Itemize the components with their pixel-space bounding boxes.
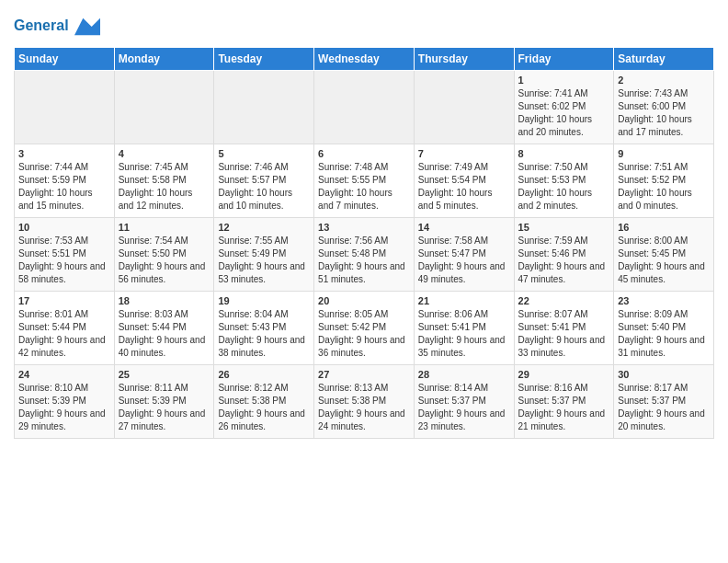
day-number: 21 [418,295,510,306]
day-number: 4 [119,148,210,159]
calendar-cell: 10Sunrise: 7:53 AMSunset: 5:51 PMDayligh… [15,218,115,292]
day-number: 15 [518,222,610,233]
day-info: Sunrise: 7:53 AMSunset: 5:51 PMDaylight:… [18,235,110,286]
calendar-cell: 29Sunrise: 8:16 AMSunset: 5:37 PMDayligh… [514,365,614,439]
day-info: Sunrise: 7:59 AMSunset: 5:46 PMDaylight:… [518,235,610,286]
day-number: 23 [618,295,710,306]
calendar-cell: 4Sunrise: 7:45 AMSunset: 5:58 PMDaylight… [114,144,214,218]
day-number: 19 [218,295,310,306]
calendar-cell [114,71,214,144]
day-number: 8 [518,148,610,159]
calendar-cell [214,71,314,144]
calendar-cell: 13Sunrise: 7:56 AMSunset: 5:48 PMDayligh… [314,218,415,292]
calendar-cell: 17Sunrise: 8:01 AMSunset: 5:44 PMDayligh… [15,292,115,365]
day-number: 29 [518,369,610,380]
calendar-cell: 23Sunrise: 8:09 AMSunset: 5:40 PMDayligh… [614,292,714,365]
day-info: Sunrise: 7:43 AMSunset: 6:00 PMDaylight:… [618,87,710,139]
day-info: Sunrise: 7:51 AMSunset: 5:52 PMDaylight:… [618,161,710,213]
day-info: Sunrise: 8:04 AMSunset: 5:43 PMDaylight:… [218,308,310,360]
day-info: Sunrise: 7:58 AMSunset: 5:47 PMDaylight:… [418,235,510,286]
day-info: Sunrise: 8:07 AMSunset: 5:41 PMDaylight:… [518,308,610,360]
calendar-cell: 12Sunrise: 7:55 AMSunset: 5:49 PMDayligh… [214,218,314,292]
calendar-cell [414,71,514,144]
day-number: 16 [618,222,710,233]
calendar-header-row: SundayMondayTuesdayWednesdayThursdayFrid… [15,48,714,71]
day-info: Sunrise: 7:48 AMSunset: 5:55 PMDaylight:… [318,161,410,213]
weekday-header-wednesday: Wednesday [314,48,415,71]
calendar-cell: 19Sunrise: 8:04 AMSunset: 5:43 PMDayligh… [214,292,314,365]
day-number: 3 [18,148,110,159]
calendar-cell: 1Sunrise: 7:41 AMSunset: 6:02 PMDaylight… [514,71,614,144]
calendar-cell: 30Sunrise: 8:17 AMSunset: 5:37 PMDayligh… [614,365,714,439]
calendar-cell [15,71,115,144]
day-info: Sunrise: 7:45 AMSunset: 5:58 PMDaylight:… [119,161,210,213]
day-info: Sunrise: 8:11 AMSunset: 5:39 PMDaylight:… [119,382,210,433]
day-info: Sunrise: 8:12 AMSunset: 5:38 PMDaylight:… [218,382,310,433]
calendar-cell: 27Sunrise: 8:13 AMSunset: 5:38 PMDayligh… [314,365,415,439]
weekday-header-monday: Monday [114,48,214,71]
calendar-cell: 16Sunrise: 8:00 AMSunset: 5:45 PMDayligh… [614,218,714,292]
day-number: 7 [418,148,510,159]
calendar-cell: 11Sunrise: 7:54 AMSunset: 5:50 PMDayligh… [114,218,214,292]
day-number: 2 [618,75,710,86]
header: General [14,9,714,40]
logo: General [14,14,100,40]
calendar-cell: 24Sunrise: 8:10 AMSunset: 5:39 PMDayligh… [15,365,115,439]
day-number: 22 [518,295,610,306]
calendar-cell: 8Sunrise: 7:50 AMSunset: 5:53 PMDaylight… [514,144,614,218]
calendar-cell: 5Sunrise: 7:46 AMSunset: 5:57 PMDaylight… [214,144,314,218]
day-info: Sunrise: 7:46 AMSunset: 5:57 PMDaylight:… [218,161,310,213]
calendar-cell: 21Sunrise: 8:06 AMSunset: 5:41 PMDayligh… [414,292,514,365]
day-number: 11 [119,222,210,233]
day-info: Sunrise: 8:17 AMSunset: 5:37 PMDaylight:… [618,382,710,433]
day-number: 9 [618,148,710,159]
weekday-header-saturday: Saturday [614,48,714,71]
day-number: 27 [318,369,410,380]
day-number: 26 [218,369,310,380]
svg-marker-0 [74,18,100,36]
week-row-2: 3Sunrise: 7:44 AMSunset: 5:59 PMDaylight… [15,144,714,218]
calendar-cell: 26Sunrise: 8:12 AMSunset: 5:38 PMDayligh… [214,365,314,439]
day-number: 17 [18,295,110,306]
week-row-4: 17Sunrise: 8:01 AMSunset: 5:44 PMDayligh… [15,292,714,365]
day-info: Sunrise: 8:13 AMSunset: 5:38 PMDaylight:… [318,382,410,433]
weekday-header-friday: Friday [514,48,614,71]
calendar-cell: 3Sunrise: 7:44 AMSunset: 5:59 PMDaylight… [15,144,115,218]
day-info: Sunrise: 8:14 AMSunset: 5:37 PMDaylight:… [418,382,510,433]
day-info: Sunrise: 8:09 AMSunset: 5:40 PMDaylight:… [618,308,710,360]
week-row-5: 24Sunrise: 8:10 AMSunset: 5:39 PMDayligh… [15,365,714,439]
day-number: 25 [119,369,210,380]
day-info: Sunrise: 8:05 AMSunset: 5:42 PMDaylight:… [318,308,410,360]
day-number: 14 [418,222,510,233]
calendar-cell: 2Sunrise: 7:43 AMSunset: 6:00 PMDaylight… [614,71,714,144]
calendar-cell: 15Sunrise: 7:59 AMSunset: 5:46 PMDayligh… [514,218,614,292]
calendar-cell: 18Sunrise: 8:03 AMSunset: 5:44 PMDayligh… [114,292,214,365]
day-info: Sunrise: 8:00 AMSunset: 5:45 PMDaylight:… [618,235,710,286]
week-row-3: 10Sunrise: 7:53 AMSunset: 5:51 PMDayligh… [15,218,714,292]
day-number: 10 [18,222,110,233]
day-info: Sunrise: 7:54 AMSunset: 5:50 PMDaylight:… [119,235,210,286]
calendar-cell: 20Sunrise: 8:05 AMSunset: 5:42 PMDayligh… [314,292,415,365]
day-number: 5 [218,148,310,159]
day-number: 18 [119,295,210,306]
weekday-header-sunday: Sunday [15,48,115,71]
day-number: 1 [518,75,610,86]
calendar-cell: 25Sunrise: 8:11 AMSunset: 5:39 PMDayligh… [114,365,214,439]
day-number: 6 [318,148,410,159]
day-number: 28 [418,369,510,380]
calendar-cell: 22Sunrise: 8:07 AMSunset: 5:41 PMDayligh… [514,292,614,365]
day-info: Sunrise: 7:41 AMSunset: 6:02 PMDaylight:… [518,87,610,139]
day-info: Sunrise: 8:01 AMSunset: 5:44 PMDaylight:… [18,308,110,360]
calendar-table: SundayMondayTuesdayWednesdayThursdayFrid… [14,47,714,439]
calendar-cell: 9Sunrise: 7:51 AMSunset: 5:52 PMDaylight… [614,144,714,218]
week-row-1: 1Sunrise: 7:41 AMSunset: 6:02 PMDaylight… [15,71,714,144]
day-info: Sunrise: 7:55 AMSunset: 5:49 PMDaylight:… [218,235,310,286]
day-number: 24 [18,369,110,380]
day-info: Sunrise: 8:10 AMSunset: 5:39 PMDaylight:… [18,382,110,433]
calendar-cell: 14Sunrise: 7:58 AMSunset: 5:47 PMDayligh… [414,218,514,292]
day-number: 30 [618,369,710,380]
day-info: Sunrise: 7:44 AMSunset: 5:59 PMDaylight:… [18,161,110,213]
calendar-cell: 6Sunrise: 7:48 AMSunset: 5:55 PMDaylight… [314,144,415,218]
calendar-cell: 28Sunrise: 8:14 AMSunset: 5:37 PMDayligh… [414,365,514,439]
day-number: 12 [218,222,310,233]
